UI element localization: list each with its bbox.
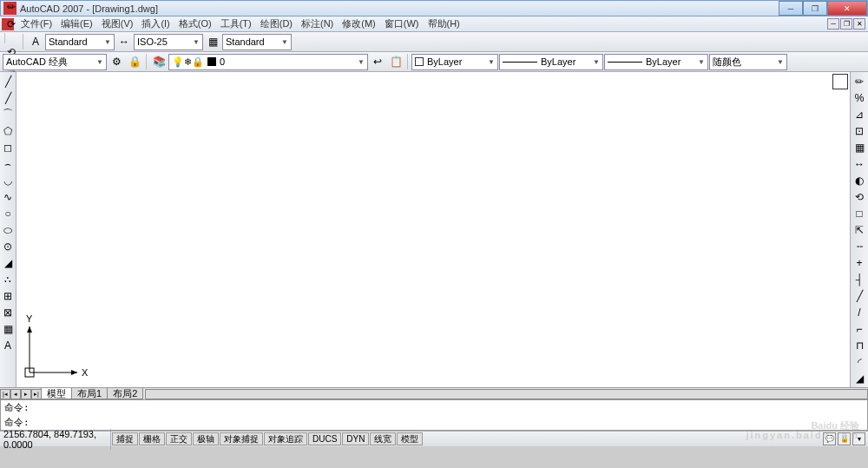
lineweight-combo[interactable]: ByLayer▼ xyxy=(604,54,708,70)
modify-tool-button[interactable]: ⌐ xyxy=(852,321,867,336)
viewport-indicator xyxy=(832,74,848,89)
maximize-button[interactable]: ❐ xyxy=(803,1,827,16)
menu-item[interactable]: 标注(N) xyxy=(297,17,338,30)
modify-tool-button[interactable]: ⟲ xyxy=(852,189,867,204)
minimize-button[interactable]: ─ xyxy=(779,1,803,16)
draw-tool-button[interactable]: ⊠ xyxy=(1,305,16,320)
menu-item[interactable]: 窗口(W) xyxy=(380,17,424,30)
status-mode-button[interactable]: DYN xyxy=(342,432,369,445)
command-window[interactable]: 命令: 命令: xyxy=(0,399,868,431)
window-titlebar: AutoCAD 2007 - [Drawing1.dwg] ─ ❐ ✕ xyxy=(0,0,868,16)
menu-item[interactable]: 格式(O) xyxy=(174,17,216,30)
doc-restore-button[interactable]: ❐ xyxy=(840,18,852,30)
layer-combo[interactable]: 💡❄🔒0▼ xyxy=(168,54,368,70)
status-mode-button[interactable]: 对象追踪 xyxy=(264,432,307,445)
menu-item[interactable]: 工具(T) xyxy=(216,17,256,30)
modify-tool-button[interactable]: ⇱ xyxy=(852,222,867,237)
modify-tool-button[interactable]: ◐ xyxy=(852,173,867,188)
modify-tool-button[interactable]: ⊡ xyxy=(852,123,867,138)
doc-close-button[interactable]: ✕ xyxy=(853,18,865,30)
command-input-line[interactable]: 命令: xyxy=(1,415,867,430)
layer-previous-icon[interactable]: ↩ xyxy=(369,53,386,70)
layer-manager-icon[interactable]: 📚 xyxy=(150,53,168,70)
draw-tool-button[interactable]: ◻ xyxy=(1,140,16,155)
layout-tab[interactable]: 布局2 xyxy=(107,388,143,399)
drawing-canvas[interactable]: X Y xyxy=(16,72,850,387)
draw-tool-button[interactable]: ⬭ xyxy=(1,222,16,237)
coordinate-display[interactable]: 2156.7804, 849.7193, 0.0000 xyxy=(0,429,111,450)
draw-tool-button[interactable]: A xyxy=(1,338,16,353)
tab-prev-button[interactable]: ◂ xyxy=(10,389,21,399)
toolbar-lock-icon[interactable]: 🔒 xyxy=(126,53,143,70)
layout-tab[interactable]: 布局1 xyxy=(71,388,108,399)
window-title: AutoCAD 2007 - [Drawing1.dwg] xyxy=(20,3,779,14)
workspace-combo[interactable]: AutoCAD 经典▼ xyxy=(3,54,107,70)
modify-tool-button[interactable]: ┤ xyxy=(852,272,867,287)
modify-tool-button[interactable]: □ xyxy=(852,206,867,221)
horizontal-scrollbar[interactable] xyxy=(145,389,868,399)
layer-states-icon[interactable]: 📋 xyxy=(387,53,404,70)
comm-center-icon[interactable]: 💬 xyxy=(823,432,836,445)
linetype-combo[interactable]: ByLayer▼ xyxy=(499,54,603,70)
table-style-icon[interactable]: ▦ xyxy=(204,33,221,50)
plotstyle-combo[interactable]: 随颜色▼ xyxy=(709,54,787,70)
lock-icon[interactable]: 🔒 xyxy=(838,432,851,445)
workspace-settings-icon[interactable]: ⚙ xyxy=(108,53,125,70)
modify-tool-button[interactable]: ◜ xyxy=(852,354,867,369)
menu-item[interactable]: 视图(V) xyxy=(97,17,138,30)
color-combo[interactable]: ByLayer▼ xyxy=(411,54,498,70)
tray-menu-icon[interactable]: ▾ xyxy=(852,432,865,445)
toolbar-button[interactable]: ⟳ xyxy=(3,16,20,33)
menu-item[interactable]: 编辑(E) xyxy=(56,17,97,30)
draw-tool-button[interactable]: ╱ xyxy=(1,74,16,89)
draw-tool-button[interactable]: ▦ xyxy=(1,321,16,336)
status-mode-button[interactable]: 正交 xyxy=(166,432,192,445)
modify-tool-button[interactable]: + xyxy=(852,255,867,270)
status-mode-button[interactable]: 捕捉 xyxy=(112,432,138,445)
layout-tab[interactable]: 模型 xyxy=(41,388,72,399)
document-window-buttons: ─ ❐ ✕ xyxy=(826,18,868,30)
tab-next-button[interactable]: ▸ xyxy=(21,389,31,399)
draw-tool-button[interactable]: ⌢ xyxy=(1,156,16,171)
tab-first-button[interactable]: |◂ xyxy=(0,389,10,399)
modify-tool-button[interactable]: ◢ xyxy=(852,371,867,386)
menu-item[interactable]: 插入(I) xyxy=(137,17,174,30)
menu-item[interactable]: 绘图(D) xyxy=(256,17,297,30)
status-mode-button[interactable]: 栅格 xyxy=(139,432,165,445)
draw-tool-button[interactable]: ◡ xyxy=(1,173,16,188)
status-mode-button[interactable]: DUCS xyxy=(308,432,341,445)
doc-minimize-button[interactable]: ─ xyxy=(827,18,839,30)
draw-tool-button[interactable]: ◢ xyxy=(1,255,16,270)
toolbar-button[interactable]: ✏ xyxy=(3,0,20,16)
status-mode-button[interactable]: 线宽 xyxy=(370,432,396,445)
draw-tool-button[interactable]: ╱ xyxy=(1,90,16,105)
status-mode-button[interactable]: 对象捕捉 xyxy=(220,432,263,445)
draw-tool-button[interactable]: ∴ xyxy=(1,272,16,287)
modify-tool-button[interactable]: ✏ xyxy=(852,74,867,89)
draw-tool-button[interactable]: ⬠ xyxy=(1,123,16,138)
modify-tool-button[interactable]: % xyxy=(852,90,867,105)
draw-tool-button[interactable]: ⊞ xyxy=(1,288,16,303)
menu-item[interactable]: 帮助(H) xyxy=(424,17,464,30)
menu-item[interactable]: 文件(F) xyxy=(16,17,56,30)
close-button[interactable]: ✕ xyxy=(827,1,867,16)
table-style-combo[interactable]: Standard▼ xyxy=(222,34,292,50)
draw-tool-button[interactable]: ⌒ xyxy=(1,107,16,122)
modify-tool-button[interactable]: ╱ xyxy=(852,288,867,303)
dim-style-icon[interactable]: ↔ xyxy=(115,33,133,50)
status-mode-button[interactable]: 极轴 xyxy=(193,432,219,445)
modify-tool-button[interactable]: ⊓ xyxy=(852,338,867,353)
modify-tool-button[interactable]: ╌ xyxy=(852,239,867,254)
modify-tool-button[interactable]: ▦ xyxy=(852,140,867,155)
modify-tool-button[interactable]: / xyxy=(852,305,867,320)
menu-item[interactable]: 修改(M) xyxy=(338,17,380,30)
draw-tool-button[interactable]: ○ xyxy=(1,206,16,221)
text-style-combo[interactable]: Standard▼ xyxy=(45,34,115,50)
modify-tool-button[interactable]: ⊿ xyxy=(852,107,867,122)
status-mode-button[interactable]: 模型 xyxy=(397,432,423,445)
modify-tool-button[interactable]: ↔ xyxy=(852,156,867,171)
text-style-icon[interactable]: A xyxy=(27,33,44,50)
draw-tool-button[interactable]: ⊙ xyxy=(1,239,16,254)
draw-tool-button[interactable]: ∿ xyxy=(1,189,16,204)
dim-style-combo[interactable]: ISO-25▼ xyxy=(134,34,203,50)
